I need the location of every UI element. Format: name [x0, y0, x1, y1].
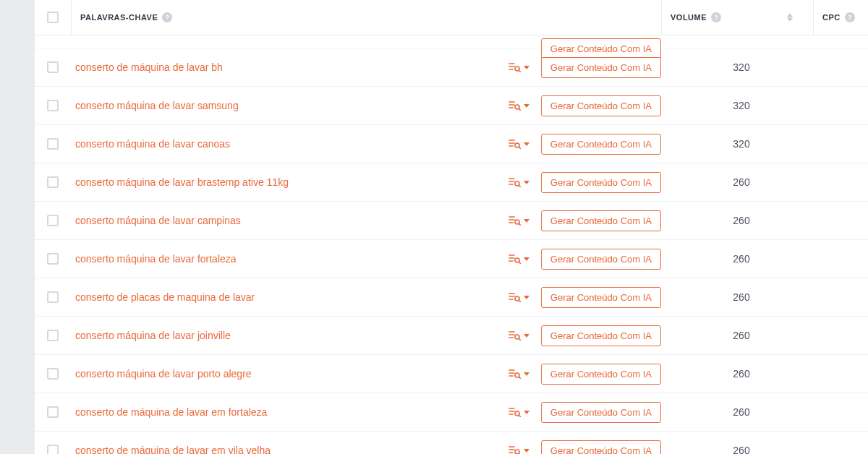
chevron-down-icon	[524, 334, 529, 338]
volume-value: 260	[733, 330, 749, 341]
row-volume-cell: 260	[661, 291, 813, 303]
row-checkbox[interactable]	[47, 215, 59, 226]
row-volume-cell: 320	[661, 138, 813, 150]
keyword-link[interactable]: conserto máquina de lavar porto alegre	[75, 368, 252, 380]
row-actions-cell: Gerar Conteúdo Com IA	[483, 287, 661, 308]
keyword-filter-icon[interactable]	[509, 254, 529, 264]
keyword-link[interactable]: conserto de máquina de lavar bh	[75, 61, 223, 73]
row-actions-cell: Gerar Conteúdo Com IA	[483, 134, 661, 155]
row-actions-cell: Gerar Conteúdo Com IA	[483, 402, 661, 423]
table-row: conserto de placas de maquina de lavarGe…	[35, 278, 868, 317]
row-checkbox[interactable]	[47, 445, 59, 454]
row-checkbox[interactable]	[47, 61, 59, 73]
keyword-filter-icon[interactable]	[509, 407, 529, 417]
keyword-link[interactable]: conserto de máquina de lavar em fortalez…	[75, 406, 267, 418]
row-actions-cell: Gerar Conteúdo Com IA	[483, 440, 661, 455]
generate-ai-content-button[interactable]: Gerar Conteúdo Com IA	[541, 210, 661, 231]
help-icon[interactable]: ?	[162, 12, 172, 22]
keyword-link[interactable]: conserto máquina de lavar canoas	[75, 138, 230, 150]
keyword-filter-icon[interactable]	[509, 62, 529, 72]
row-checkbox[interactable]	[47, 368, 59, 380]
generate-ai-content-button[interactable]: Gerar Conteúdo Com IA	[541, 57, 661, 78]
row-keyword-cell: conserto máquina de lavar fortaleza	[71, 253, 483, 265]
row-checkbox[interactable]	[47, 406, 59, 418]
row-checkbox[interactable]	[47, 253, 59, 265]
chevron-down-icon	[524, 411, 529, 414]
keyword-table: Palavras-chave ? Volume ? CPC ? Gerar Co…	[35, 0, 868, 454]
generate-ai-content-button[interactable]: Gerar Conteúdo Com IA	[541, 402, 661, 423]
chevron-down-icon	[524, 142, 529, 146]
keyword-filter-icon[interactable]	[509, 369, 529, 379]
table-row: Gerar Conteúdo Com IA	[35, 35, 868, 48]
row-actions-cell: Gerar Conteúdo Com IA	[483, 249, 661, 270]
keyword-filter-icon[interactable]	[509, 445, 529, 454]
row-volume-cell: 260	[661, 330, 813, 341]
generate-ai-content-button[interactable]: Gerar Conteúdo Com IA	[541, 440, 661, 455]
row-checkbox-cell	[35, 291, 71, 303]
keyword-link[interactable]: conserto máquina de lavar fortaleza	[75, 253, 237, 265]
row-checkbox[interactable]	[47, 291, 59, 303]
row-volume-cell: 260	[661, 445, 813, 454]
sort-icon[interactable]	[787, 14, 793, 22]
volume-value: 260	[733, 445, 749, 454]
row-checkbox-cell	[35, 215, 71, 226]
generate-ai-content-button[interactable]: Gerar Conteúdo Com IA	[541, 249, 661, 270]
row-keyword-cell: conserto máquina de lavar brastemp ative…	[71, 176, 483, 188]
chevron-down-icon	[524, 449, 529, 453]
keyword-link[interactable]: conserto de placas de maquina de lavar	[75, 291, 255, 303]
generate-ai-content-button[interactable]: Gerar Conteúdo Com IA	[541, 134, 661, 155]
row-checkbox[interactable]	[47, 330, 59, 341]
table-row: conserto de máquina de lavar bhGerar Con…	[35, 48, 868, 87]
generate-ai-content-button[interactable]: Gerar Conteúdo Com IA	[541, 364, 661, 385]
header-keywords[interactable]: Palavras-chave ?	[71, 0, 483, 35]
row-checkbox[interactable]	[47, 138, 59, 150]
chevron-down-icon	[524, 219, 529, 223]
keyword-filter-icon[interactable]	[509, 330, 529, 340]
chevron-down-icon	[524, 181, 529, 184]
chevron-down-icon	[524, 66, 529, 69]
volume-value: 260	[733, 215, 749, 226]
volume-value: 260	[733, 253, 749, 265]
keyword-filter-icon[interactable]	[509, 292, 529, 302]
row-checkbox-cell	[35, 100, 71, 111]
keyword-filter-icon[interactable]	[509, 177, 529, 187]
row-checkbox-cell	[35, 253, 71, 265]
row-actions-cell: Gerar Conteúdo Com IA	[483, 364, 661, 385]
generate-ai-content-button[interactable]: Gerar Conteúdo Com IA	[541, 287, 661, 308]
row-actions-cell: Gerar Conteúdo Com IA	[483, 172, 661, 193]
header-volume[interactable]: Volume ?	[661, 0, 813, 35]
row-keyword-cell: conserto de máquina de lavar em fortalez…	[71, 406, 483, 418]
table-row: conserto máquina de lavar joinvilleGerar…	[35, 317, 868, 355]
generate-ai-content-button[interactable]: Gerar Conteúdo Com IA	[541, 325, 661, 346]
generate-ai-content-button[interactable]: Gerar Conteúdo Com IA	[541, 172, 661, 193]
row-volume-cell: 260	[661, 253, 813, 265]
row-checkbox[interactable]	[47, 100, 59, 111]
help-icon[interactable]: ?	[711, 12, 721, 22]
keyword-filter-icon[interactable]	[509, 139, 529, 149]
keyword-link[interactable]: conserto máquina de lavar brastemp ative…	[75, 176, 289, 188]
keyword-filter-icon[interactable]	[509, 215, 529, 226]
row-keyword-cell: conserto máquina de lavar canoas	[71, 138, 483, 150]
row-volume-cell: 260	[661, 406, 813, 418]
volume-value: 260	[733, 368, 749, 380]
help-icon[interactable]: ?	[845, 12, 855, 22]
keyword-filter-icon[interactable]	[509, 100, 529, 111]
chevron-down-icon	[524, 257, 529, 261]
table-body: Gerar Conteúdo Com IAconserto de máquina…	[35, 35, 868, 454]
chevron-down-icon	[524, 296, 529, 299]
keyword-link[interactable]: conserto máquina de lavar campinas	[75, 215, 241, 226]
volume-value: 320	[733, 100, 749, 111]
row-checkbox-cell	[35, 176, 71, 188]
generate-ai-content-button[interactable]: Gerar Conteúdo Com IA	[541, 95, 661, 116]
row-keyword-cell: conserto de máquina de lavar bh	[71, 61, 483, 73]
row-checkbox[interactable]	[47, 176, 59, 188]
volume-value: 320	[733, 61, 749, 73]
header-cpc[interactable]: CPC ?	[813, 0, 868, 35]
row-volume-cell: 260	[661, 176, 813, 188]
keyword-link[interactable]: conserto máquina de lavar joinville	[75, 330, 231, 341]
volume-value: 260	[733, 176, 749, 188]
keyword-link[interactable]: conserto máquina de lavar samsung	[75, 100, 239, 111]
select-all-checkbox[interactable]	[47, 12, 59, 23]
keyword-link[interactable]: conserto de máquina de lavar em vila vel…	[75, 445, 271, 454]
row-actions-cell: Gerar Conteúdo Com IA	[483, 57, 661, 78]
